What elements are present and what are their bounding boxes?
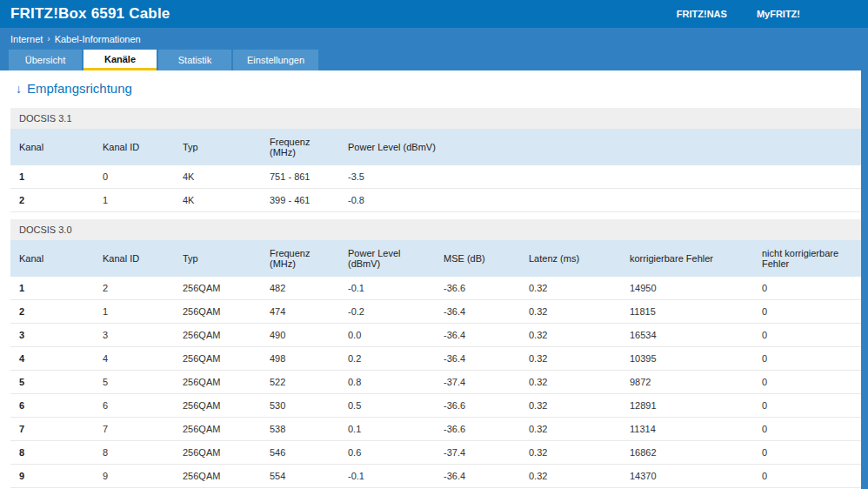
table-cell: 6 (10, 394, 94, 418)
table-cell: 0.32 (520, 465, 621, 488)
table-row: 214K399 - 461-0.8 (10, 189, 861, 212)
table-cell: -36.6 (435, 418, 520, 441)
table-cell: -3.5 (339, 165, 861, 189)
page-title: FRITZ!Box 6591 Cable (10, 5, 170, 23)
table-cell: 12891 (621, 394, 753, 418)
breadcrumb-item-internet[interactable]: Internet (10, 34, 43, 44)
table-cell: 256QAM (174, 347, 261, 371)
table-cell: 9 (94, 465, 174, 488)
table-cell: 0 (753, 371, 861, 394)
sub-header: Internet › Kabel-Informationen Übersicht… (0, 28, 868, 70)
fritznas-link[interactable]: FRITZ!NAS (677, 9, 727, 19)
column-header: Power Level (dBmV) (339, 240, 435, 277)
breadcrumb: Internet › Kabel-Informationen (0, 28, 868, 50)
table-cell: 256QAM (174, 324, 261, 347)
table-cell: 0 (753, 441, 861, 465)
table-cell: 9872 (621, 371, 753, 394)
table-cell: 0.32 (520, 394, 621, 418)
section-heading-label: Empfangsrichtung (27, 81, 132, 96)
tab-kanaele[interactable]: Kanäle (83, 50, 157, 70)
table-cell: 474 (261, 300, 339, 324)
table-cell: 256QAM (174, 300, 261, 324)
table-cell: 0.32 (520, 418, 621, 441)
table-row: 21256QAM474-0.2-36.40.32118150 (10, 300, 861, 324)
table-cell: 11314 (621, 418, 753, 441)
column-header: Typ (174, 129, 261, 165)
column-header: Typ (174, 240, 261, 277)
table-cell: 4K (174, 165, 261, 189)
table-cell: 546 (261, 441, 339, 465)
table-cell: 0.32 (520, 441, 621, 465)
table-cell: 0.0 (339, 324, 435, 347)
table-cell: 0 (94, 165, 174, 189)
tab-uebersicht[interactable]: Übersicht (9, 50, 82, 70)
docsis31-title: DOCSIS 3.1 (10, 108, 861, 129)
table-cell: 1 (94, 189, 174, 212)
table-cell: 0.1 (339, 418, 435, 441)
column-header: Kanal (10, 129, 94, 165)
myfritz-link[interactable]: MyFRITZ! (757, 9, 800, 19)
table-cell: 0.32 (520, 371, 621, 394)
table-cell: 256QAM (174, 371, 261, 394)
table-cell: 0 (753, 347, 861, 371)
table-cell: 498 (261, 347, 339, 371)
table-cell: 16862 (621, 441, 753, 465)
table-cell: 11815 (621, 300, 753, 324)
column-header: Kanal ID (94, 240, 174, 277)
table-cell: 6 (94, 394, 174, 418)
table-cell: 256QAM (174, 394, 261, 418)
docsis31-table: KanalKanal IDTypFrequenz (MHz)Power Leve… (10, 129, 861, 212)
table-cell: 14950 (621, 277, 753, 300)
table-cell: 256QAM (174, 441, 261, 465)
tab-statistik[interactable]: Statistik (158, 50, 231, 70)
column-header: Frequenz (MHz) (261, 240, 339, 277)
breadcrumb-separator-icon: › (47, 34, 50, 44)
table-cell: 1 (10, 165, 94, 189)
table-cell: 3 (10, 324, 94, 347)
table-cell: -36.4 (435, 300, 520, 324)
table-cell: 256QAM (174, 418, 261, 441)
table-cell: -0.1 (339, 277, 435, 300)
column-header: Kanal ID (94, 129, 174, 165)
table-cell: 538 (261, 418, 339, 441)
main-content: ↓ Empfangsrichtung DOCSIS 3.1 KanalKanal… (0, 70, 861, 489)
column-header: Frequenz (MHz) (261, 129, 339, 165)
table-cell: -36.6 (435, 277, 520, 300)
table-cell: 3 (94, 324, 174, 347)
table-cell: 1 (10, 277, 94, 300)
table-cell: 0 (753, 324, 861, 347)
table-cell: 482 (261, 277, 339, 300)
table-cell: 4 (94, 347, 174, 371)
page-edge-strip (861, 0, 868, 489)
table-cell: -36.4 (435, 324, 520, 347)
table-cell: 5 (94, 371, 174, 394)
top-header-bar: FRITZ!Box 6591 Cable FRITZ!NAS MyFRITZ! (0, 0, 868, 28)
table-cell: 399 - 461 (261, 189, 339, 212)
tab-einstellungen[interactable]: Einstellungen (233, 50, 318, 70)
table-cell: 0.32 (520, 277, 621, 300)
column-header: nicht korrigierbare Fehler (753, 240, 861, 277)
table-cell: 0 (753, 277, 861, 300)
table-cell: 256QAM (174, 465, 261, 488)
table-header-row: KanalKanal IDTypFrequenz (MHz)Power Leve… (10, 240, 861, 277)
table-cell: 0.32 (520, 347, 621, 371)
table-cell: 554 (261, 465, 339, 488)
table-cell: 0.32 (520, 324, 621, 347)
table-cell: 490 (261, 324, 339, 347)
table-cell: 530 (261, 394, 339, 418)
docsis30-title: DOCSIS 3.0 (10, 219, 861, 240)
table-cell: 0.2 (339, 347, 435, 371)
table-cell: 522 (261, 371, 339, 394)
table-cell: -0.8 (339, 189, 861, 212)
table-cell: 9 (10, 465, 94, 488)
table-cell: 2 (94, 277, 174, 300)
down-arrow-icon: ↓ (16, 82, 22, 96)
table-cell: 0.6 (339, 441, 435, 465)
docsis31-block: DOCSIS 3.1 KanalKanal IDTypFrequenz (MHz… (10, 108, 861, 212)
table-cell: 2 (10, 300, 94, 324)
table-cell: 0 (753, 394, 861, 418)
table-cell: 0.32 (520, 300, 621, 324)
table-cell: -37.4 (435, 441, 520, 465)
table-cell: 10395 (621, 347, 753, 371)
table-row: 99256QAM554-0.1-36.40.32143700 (10, 465, 861, 488)
